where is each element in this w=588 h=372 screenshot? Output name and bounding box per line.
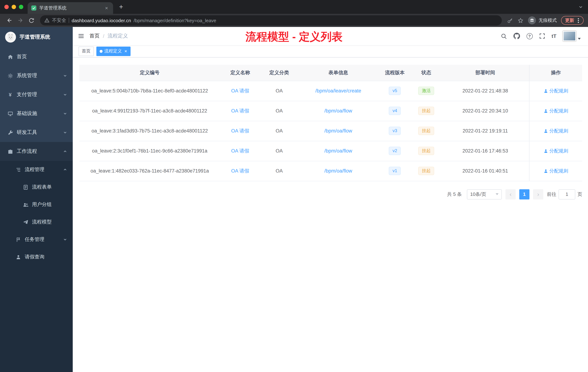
- breadcrumb: 首页 / 流程定义: [89, 33, 128, 39]
- sidebar-item-payment[interactable]: ¥支付管理: [0, 85, 73, 104]
- page-number-button[interactable]: 1: [519, 189, 529, 199]
- password-key-icon[interactable]: [507, 17, 513, 23]
- tab-close-icon[interactable]: ×: [104, 5, 109, 11]
- version-badge: v2: [389, 147, 401, 155]
- site-favicon-icon: [31, 5, 36, 11]
- search-icon[interactable]: [501, 33, 507, 39]
- bookmark-star-icon[interactable]: [517, 17, 524, 23]
- tag-close-icon[interactable]: ×: [124, 49, 127, 54]
- definition-name-link[interactable]: OA 请假: [231, 168, 249, 174]
- sidebar-item-user-group[interactable]: 用户分组: [0, 196, 73, 213]
- prev-page-button[interactable]: ‹: [505, 189, 516, 199]
- sidebar-item-label: 用户分组: [32, 201, 67, 208]
- cell-category: OA: [260, 101, 298, 121]
- assign-rule-link[interactable]: 分配规则: [544, 88, 568, 94]
- tree-icon: [15, 167, 21, 172]
- url-divider: [69, 18, 69, 23]
- app: 芋道管理系统 首页系统管理¥支付管理基础设施研发工具工作流程流程管理流程表单用户…: [0, 27, 588, 372]
- avatar[interactable]: [563, 31, 576, 41]
- sidebar-item-workflow[interactable]: 工作流程: [0, 142, 73, 161]
- cell-status: 激活: [411, 81, 441, 101]
- cell-category: OA: [260, 81, 298, 101]
- breadcrumb-separator: /: [103, 33, 104, 39]
- close-window-button[interactable]: [4, 5, 9, 9]
- total-count: 共 5 条: [447, 191, 462, 197]
- user-menu[interactable]: [563, 31, 581, 41]
- cell-form: /bpm/oa/flow: [298, 161, 378, 181]
- plane-icon: [22, 219, 28, 225]
- definition-name-link[interactable]: OA 请假: [231, 148, 249, 153]
- home-icon: [7, 54, 13, 59]
- sidebar-item-infra[interactable]: 基础设施: [0, 104, 73, 123]
- cell-version: v5: [378, 81, 411, 101]
- view-tag[interactable]: 首页: [79, 46, 94, 56]
- form-link[interactable]: /bpm/oa/flow: [324, 128, 352, 134]
- sidebar-item-leave-query[interactable]: 请假查询: [0, 248, 73, 266]
- goto-page: 前往 页: [547, 189, 582, 199]
- goto-suffix: 页: [578, 191, 582, 197]
- assign-rule-link[interactable]: 分配规则: [544, 128, 568, 134]
- logo-row[interactable]: 芋道管理系统: [0, 27, 73, 47]
- sidebar-item-home[interactable]: 首页: [0, 47, 73, 66]
- breadcrumb-home[interactable]: 首页: [89, 33, 100, 39]
- definition-table: 定义编号定义名称定义分类表单信息流程版本状态部署时间操作 oa_leave:5:…: [79, 65, 582, 181]
- update-chrome-button[interactable]: 更新: [561, 16, 584, 25]
- status-badge: 挂起: [418, 107, 434, 115]
- back-button[interactable]: [4, 15, 15, 25]
- sidebar-item-process-mgmt[interactable]: 流程管理: [0, 161, 73, 178]
- incognito-indicator: 无痕模式: [528, 16, 557, 24]
- reload-button[interactable]: [26, 15, 36, 25]
- security-label: 不安全: [52, 17, 66, 24]
- browser-tab[interactable]: 芋道管理系统 ×: [28, 2, 113, 14]
- forward-button[interactable]: [15, 15, 25, 25]
- url-bar[interactable]: 不安全 dashboard.yudao.iocoder.cn/bpm/manag…: [40, 15, 502, 25]
- column-header-8: 操作: [529, 65, 582, 81]
- fullscreen-icon[interactable]: [539, 33, 545, 39]
- page-size-select[interactable]: 10条/页: [467, 189, 502, 199]
- form-link[interactable]: /bpm/oa/flow: [324, 168, 352, 174]
- cell-status: 挂起: [411, 121, 441, 141]
- content: 定义编号定义名称定义分类表单信息流程版本状态部署时间操作 oa_leave:5:…: [73, 57, 588, 372]
- new-tab-button[interactable]: +: [116, 2, 126, 12]
- cell-definition-id: oa_leave:2:3c1f0ef1-76b1-11ec-9c66-a2380…: [79, 141, 220, 161]
- main-area: 首页 / 流程定义 ? tT: [73, 27, 588, 372]
- minimize-window-button[interactable]: [12, 5, 16, 9]
- sidebar-item-devtools[interactable]: 研发工具: [0, 123, 73, 142]
- zoom-window-button[interactable]: [19, 5, 23, 9]
- form-link[interactable]: /bpm/oa/leave/create: [315, 88, 361, 94]
- assign-rule-link[interactable]: 分配规则: [544, 108, 568, 114]
- sidebar-item-system[interactable]: 系统管理: [0, 66, 73, 85]
- assign-rule-link[interactable]: 分配规则: [544, 168, 568, 174]
- cell-deploy-time: 2022-01-16 01:40:51: [441, 161, 529, 181]
- sidebar-item-label: 支付管理: [17, 91, 60, 98]
- column-header-1: 定义编号: [79, 65, 220, 81]
- hamburger-icon[interactable]: [78, 33, 84, 39]
- assign-rule-link[interactable]: 分配规则: [544, 148, 568, 154]
- cell-form: /bpm/oa/flow: [298, 141, 378, 161]
- incognito-icon: [528, 16, 536, 24]
- status-badge: 激活: [418, 87, 434, 95]
- cell-form: /bpm/oa/leave/create: [298, 81, 378, 101]
- github-icon[interactable]: [514, 33, 520, 39]
- tab-search-chevron-icon[interactable]: [578, 5, 583, 9]
- view-tag[interactable]: 流程定义×: [96, 46, 130, 56]
- more-menu-icon[interactable]: [578, 20, 579, 21]
- definition-name-link[interactable]: OA 请假: [231, 108, 249, 113]
- cell-definition-id: oa_leave:4:991f2193-7b7f-11ec-a3c8-acde4…: [79, 101, 220, 121]
- help-icon[interactable]: ?: [526, 33, 533, 39]
- sidebar-item-task-mgmt[interactable]: 任务管理: [0, 231, 73, 248]
- font-size-icon[interactable]: tT: [552, 33, 556, 39]
- definition-name-link[interactable]: OA 请假: [231, 88, 249, 93]
- sidebar-item-process-model[interactable]: 流程模型: [0, 213, 73, 231]
- definition-name-link[interactable]: OA 请假: [231, 128, 249, 133]
- sidebar-item-label: 流程管理: [25, 166, 60, 173]
- gear-icon: [7, 73, 13, 78]
- form-link[interactable]: /bpm/oa/flow: [324, 108, 352, 114]
- next-page-button[interactable]: ›: [533, 189, 543, 199]
- chevron-down-icon: [63, 74, 67, 77]
- page-size-value: 10条/页: [470, 191, 486, 197]
- goto-page-input[interactable]: [558, 189, 575, 199]
- form-link[interactable]: /bpm/oa/flow: [324, 148, 352, 153]
- sidebar-item-process-form[interactable]: 流程表单: [0, 178, 73, 196]
- cell-definition-id: oa_leave:3:1fad3d93-7b75-11ec-a3c8-acde4…: [79, 121, 220, 141]
